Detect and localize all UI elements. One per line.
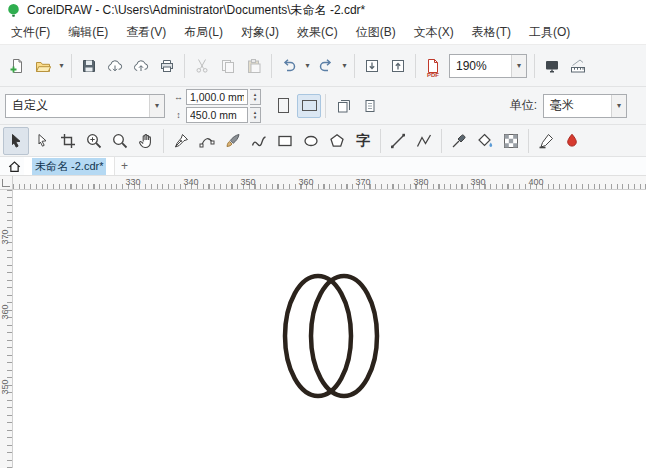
smart-fill-tool[interactable] [472,127,498,155]
undo-button[interactable] [276,53,302,79]
toolbar-separator [71,54,72,78]
page-width-input[interactable] [186,89,248,105]
magnifier-plus-icon [86,133,102,149]
page-size-preset-value: 自定义 [6,97,149,114]
polygon-tool[interactable] [324,127,350,155]
toolbar-separator [534,54,535,78]
chevron-down-icon[interactable]: ▾ [511,55,526,77]
publish-pdf-button[interactable]: PDF [420,53,446,79]
open-from-cloud-button[interactable] [102,53,128,79]
b-spline-tool[interactable] [246,127,272,155]
shape-arrow-icon [34,133,50,149]
zoom-level-select[interactable]: 190% ▾ [449,54,527,78]
units-select[interactable]: 毫米 ▾ [543,94,627,118]
page-height-spinner[interactable]: ▴ ▾ [250,107,261,123]
current-page-button[interactable] [358,94,382,118]
line-tool[interactable] [385,127,411,155]
all-pages-button[interactable] [332,94,356,118]
page-size-preset-select[interactable]: 自定义 ▾ [5,94,165,118]
export-button[interactable] [385,53,411,79]
page-width-spinner[interactable]: ▴ ▾ [250,89,261,105]
rectangle-tool[interactable] [272,127,298,155]
fill-tool[interactable] [559,127,585,155]
export-icon [390,58,406,74]
ruler-icon [570,58,586,74]
menu-item-effects[interactable]: 效果(C) [288,20,347,44]
ruler-origin[interactable] [0,176,13,189]
ellipse-tool[interactable] [298,127,324,155]
polygon-icon [329,133,345,149]
spin-down-icon: ▾ [254,115,257,120]
h-ruler-label: 330 [121,177,145,187]
h-ruler-label: 340 [179,177,203,187]
menu-item-tools[interactable]: 工具(O) [520,20,579,44]
zoom-out-tool[interactable] [107,127,133,155]
landscape-button[interactable] [297,94,321,118]
menu-item-text[interactable]: 文本(X) [405,20,463,44]
show-rulers-button[interactable] [565,53,591,79]
redo-button[interactable] [313,53,339,79]
home-tab-button[interactable] [4,158,24,175]
spline-curve-icon [251,133,267,149]
open-button[interactable] [30,53,56,79]
coreldraw-logo [6,3,21,18]
chevron-down-icon[interactable]: ▾ [149,95,164,117]
eyedropper-tool[interactable] [446,127,472,155]
drawing-layer [13,190,646,468]
artistic-media-tool[interactable] [220,127,246,155]
page-width-row: ↔ ▴ ▾ [173,89,261,105]
page-width-icon: ↔ [173,92,184,102]
redo-dropdown[interactable]: ▾ [339,53,350,79]
cloud-upload-icon [133,58,149,74]
toolbox-separator [380,129,381,153]
chevron-down-icon[interactable]: ▾ [611,95,626,117]
new-tab-button[interactable]: + [115,158,133,175]
pick-tool[interactable] [3,127,29,155]
toolbar-separator [184,54,185,78]
rectangle-icon [277,133,293,149]
menu-item-layout[interactable]: 布局(L) [175,20,232,44]
menu-item-table[interactable]: 表格(T) [463,20,520,44]
menu-item-edit[interactable]: 编辑(E) [59,20,117,44]
transparency-tool[interactable] [498,127,524,155]
new-document-button[interactable] [4,53,30,79]
h-ruler-label: 380 [409,177,433,187]
paste-button[interactable] [241,53,267,79]
zoom-tool[interactable] [81,127,107,155]
shape-tool[interactable] [29,127,55,155]
copy-button[interactable] [215,53,241,79]
outline-pen-icon [538,133,554,149]
portrait-button[interactable] [271,94,295,118]
pan-tool[interactable] [133,127,159,155]
outline-pen-tool[interactable] [533,127,559,155]
text-tool[interactable]: 字 [350,127,376,155]
menu-item-file[interactable]: 文件(F) [2,20,59,44]
horizontal-ruler[interactable]: 330 340 350 360 370 380 390 400 [0,176,646,190]
open-dropdown[interactable]: ▾ [56,53,67,79]
save-button[interactable] [76,53,102,79]
fullscreen-icon [544,58,560,74]
menu-item-view[interactable]: 查看(V) [117,20,175,44]
menu-item-bitmaps[interactable]: 位图(B) [347,20,405,44]
undo-dropdown[interactable]: ▾ [302,53,313,79]
crop-tool[interactable] [55,127,81,155]
crop-icon [60,133,76,149]
document-tab[interactable]: 未命名 -2.cdr* [24,157,115,175]
vertical-ruler[interactable]: 370 360 350 [0,190,13,468]
pen-tool[interactable] [168,127,194,155]
print-button[interactable] [154,53,180,79]
page-height-input[interactable] [186,107,248,123]
v-ruler-label: 350 [0,375,10,399]
menu-item-object[interactable]: 对象(J) [232,20,288,44]
bezier-tool[interactable] [194,127,220,155]
import-button[interactable] [359,53,385,79]
canvas[interactable] [13,190,646,468]
h-ruler-label: 360 [294,177,318,187]
polyline-tool[interactable] [411,127,437,155]
units-value: 毫米 [544,97,611,114]
save-to-cloud-button[interactable] [128,53,154,79]
document-tab-bar: 未命名 -2.cdr* + [0,157,646,176]
fullscreen-preview-button[interactable] [539,53,565,79]
cut-button[interactable] [189,53,215,79]
chevron-down-icon: ▾ [59,61,63,70]
